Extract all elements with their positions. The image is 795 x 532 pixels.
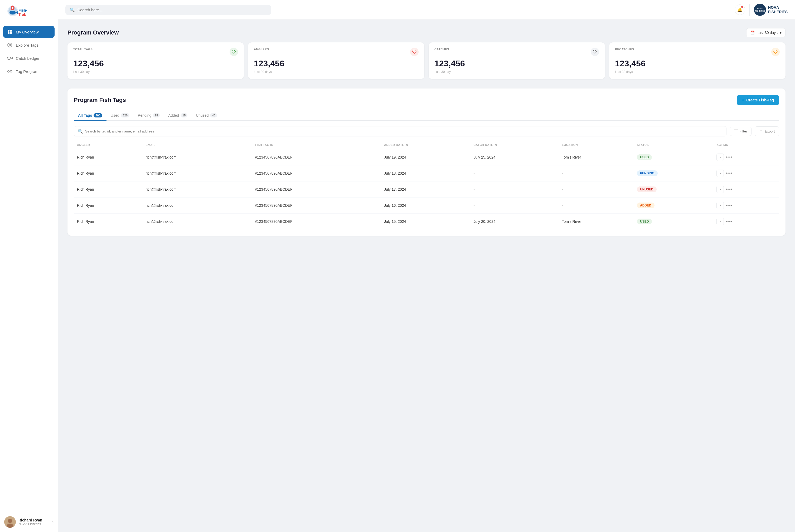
user-profile[interactable]: Richard Ryan NOAA Fisheries › [0, 512, 58, 532]
noaa-logo: NOAAFISHERIES NOAAFISHERIES [749, 4, 788, 16]
cell-email: rich@fish-trak.com [143, 182, 252, 197]
tab-used[interactable]: Used 620 [107, 111, 134, 121]
cell-status: USED [634, 214, 713, 230]
tab-all-tags[interactable]: All Tags 700 [74, 111, 107, 121]
create-fish-tag-button[interactable]: + Create Fish-Tag [737, 95, 779, 105]
stat-icon-anglers [410, 48, 419, 56]
svg-point-6 [11, 12, 12, 13]
fishtrak-logo: Fish- Trak [5, 5, 39, 19]
row-chevron-button[interactable]: › [717, 154, 724, 161]
search-icon: 🔍 [70, 7, 75, 12]
user-chevron-icon: › [52, 520, 54, 524]
bell-icon: 🔔 [737, 7, 743, 12]
col-email: EMAIL [143, 141, 252, 149]
notification-button[interactable]: 🔔 [735, 4, 745, 15]
svg-point-30 [776, 51, 777, 51]
cell-action: › ••• [713, 182, 779, 197]
sidebar-item-label: Explore Tags [16, 43, 38, 48]
sort-added-date-icon: ⇅ [406, 144, 408, 147]
col-added-date[interactable]: ADDED DATE ⇅ [381, 141, 470, 149]
search-bar[interactable]: 🔍 [65, 5, 271, 15]
row-more-button[interactable]: ••• [726, 187, 733, 192]
row-more-button[interactable]: ••• [726, 171, 733, 176]
cell-email: rich@fish-trak.com [143, 197, 252, 214]
export-button[interactable]: Export [755, 127, 779, 136]
svg-text:Fish-: Fish- [18, 8, 28, 12]
cell-added-date: July 18, 2024 [381, 165, 470, 182]
cell-location: Tom's River [559, 214, 634, 230]
filter-label: Filter [740, 129, 747, 133]
cell-action: › ••• [713, 197, 779, 214]
tab-added-badge: 15 [181, 113, 187, 117]
row-chevron-button[interactable]: › [717, 218, 724, 225]
row-more-button[interactable]: ••• [726, 219, 733, 224]
status-badge: PENDING [637, 170, 658, 176]
explore-icon [7, 42, 13, 48]
col-fish-tag-id: FISH TAG ID [252, 141, 381, 149]
cell-added-date: July 16, 2024 [381, 197, 470, 214]
col-catch-date[interactable]: CATCH DATE ⇅ [470, 141, 559, 149]
program-overview-title: Program Overview [68, 29, 119, 36]
table-toolbar: 🔍 Filter Export [74, 126, 779, 136]
filter-button[interactable]: Filter [730, 127, 752, 136]
cell-location: - [559, 182, 634, 197]
cell-angler: Rich Ryan [74, 149, 143, 165]
user-org: NOAA Fisheries [18, 522, 50, 526]
sidebar-item-explore-tags[interactable]: Explore Tags [3, 39, 55, 51]
row-more-button[interactable]: ••• [726, 155, 733, 160]
row-more-button[interactable]: ••• [726, 203, 733, 208]
stat-icon-total-tags [230, 48, 238, 56]
stat-label-anglers: ANGLERS [254, 48, 269, 51]
stat-period-anglers: Last 30 days [254, 70, 419, 74]
status-badge: USED [637, 218, 652, 224]
table-search-input[interactable] [85, 129, 723, 133]
status-badge: ADDED [637, 203, 654, 208]
stat-icon-catches [591, 48, 599, 56]
date-filter-label: Last 30 days [757, 31, 778, 35]
svg-rect-12 [10, 32, 12, 34]
row-chevron-button[interactable]: › [717, 202, 724, 209]
sidebar-item-tag-program[interactable]: Tag Program [3, 65, 55, 77]
filter-icon [734, 129, 738, 133]
col-angler: ANGLER [74, 141, 143, 149]
cell-catch-date: July 25, 2024 [470, 149, 559, 165]
fish-tags-title: Program Fish Tags [74, 97, 126, 103]
sort-catch-date-icon: ⇅ [495, 144, 498, 147]
table-row: Rich Ryan rich@fish-trak.com #1234567890… [74, 149, 779, 165]
cell-angler: Rich Ryan [74, 165, 143, 182]
sidebar-item-catch-ledger[interactable]: Catch Ledger [3, 52, 55, 64]
col-location: LOCATION [559, 141, 634, 149]
tab-pending[interactable]: Pending 25 [134, 111, 164, 121]
col-action: ACTION [713, 141, 779, 149]
stat-label-catches: CATCHES [434, 48, 449, 51]
cell-added-date: July 17, 2024 [381, 182, 470, 197]
table-search-bar[interactable]: 🔍 [74, 126, 726, 136]
svg-rect-10 [10, 30, 12, 32]
stat-period-catches: Last 30 days [434, 70, 599, 74]
cell-action: › ••• [713, 149, 779, 165]
status-badge: UNUSED [637, 187, 656, 192]
search-input[interactable] [77, 8, 267, 12]
stat-card-recatches: RECATCHES 123,456 Last 30 days [609, 42, 785, 79]
row-chevron-button[interactable]: › [717, 186, 724, 193]
tab-unused[interactable]: Unused 40 [192, 111, 221, 121]
cell-status: USED [634, 149, 713, 165]
chevron-down-icon: ▾ [780, 31, 781, 35]
tab-all-badge: 700 [94, 113, 102, 117]
tab-added[interactable]: Added 15 [164, 111, 192, 121]
date-filter-button[interactable]: 📅 Last 30 days ▾ [746, 28, 785, 37]
row-chevron-button[interactable]: › [717, 170, 724, 177]
cell-action: › ••• [713, 214, 779, 230]
sidebar-item-my-overview[interactable]: My Overview [3, 26, 55, 38]
stat-card-catches: CATCHES 123,456 Last 30 days [429, 42, 605, 79]
user-info: Richard Ryan NOAA Fisheries [18, 518, 50, 526]
user-name: Richard Ryan [18, 518, 50, 522]
svg-rect-11 [8, 32, 10, 34]
stat-card-total-tags: TOTAL TAGS 123,456 Last 30 days [68, 42, 244, 79]
stat-period-total-tags: Last 30 days [73, 70, 238, 74]
svg-point-28 [415, 51, 416, 51]
export-label: Export [765, 129, 775, 133]
nav-menu: My Overview Explore Tags [0, 26, 58, 512]
stat-label-recatches: RECATCHES [615, 48, 634, 51]
stat-value-recatches: 123,456 [615, 59, 780, 69]
